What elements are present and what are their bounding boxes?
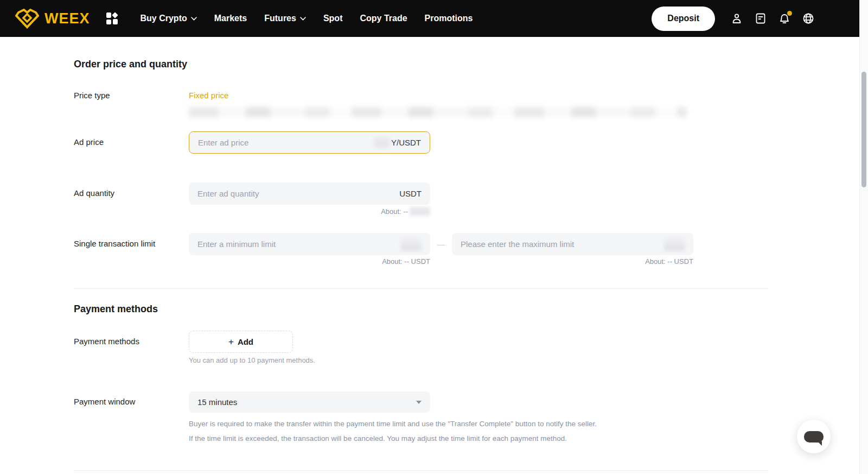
ad-price-input[interactable]: Enter ad price Y/USDT [189,131,430,154]
max-limit-placeholder: Please enter the maximum limit [461,239,664,249]
min-limit-placeholder: Enter a minimum limit [197,239,401,249]
nav-right-group: Deposit [652,7,815,31]
chevron-down-icon [191,17,197,21]
price-type-label: Price type [74,91,189,117]
weex-logo[interactable]: WEEX [15,8,90,29]
ad-price-label: Ad price [74,131,189,154]
page-scrollbar[interactable] [859,0,868,474]
ad-quantity-placeholder: Enter ad quantity [197,189,399,198]
top-navigation: WEEX Buy Crypto Markets Futures Spot Cop… [0,0,859,37]
chat-bubble-icon [804,431,824,443]
min-limit-about: About: -- USDT [189,257,430,266]
price-type-row: Price type Fixed price [74,91,768,117]
single-limit-label: Single transaction limit [74,233,189,266]
apps-grid-icon[interactable] [106,12,118,24]
user-profile-icon[interactable] [730,12,743,25]
payment-window-select[interactable]: 15 minutes [189,391,430,413]
ad-price-placeholder: Enter ad price [198,138,374,147]
single-limit-row: Single transaction limit Enter a minimum… [74,233,768,266]
orders-document-icon[interactable] [754,12,767,25]
redacted-value [664,238,685,251]
min-limit-input[interactable]: Enter a minimum limit [189,233,430,255]
payment-window-label: Payment window [74,391,189,443]
ad-quantity-unit: USDT [399,189,422,198]
redacted-description [189,107,687,117]
ad-price-row: Ad price Enter ad price Y/USDT [74,131,768,154]
redacted-value [401,238,422,251]
nav-left-group: WEEX Buy Crypto Markets Futures Spot Cop… [15,0,481,37]
menu-markets[interactable]: Markets [206,0,256,37]
section-title-payment: Payment methods [74,304,768,315]
menu-futures[interactable]: Futures [256,0,315,37]
payment-window-note-1: Buyer is required to make the transfer w… [189,420,731,428]
menu-buy-crypto[interactable]: Buy Crypto [132,0,206,37]
payment-window-note-2: If the time limit is exceeded, the trans… [189,434,731,443]
ad-post-form: Order price and quantity Price type Fixe… [74,59,768,443]
scrollbar-thumb[interactable] [861,72,866,187]
max-limit-input[interactable]: Please enter the maximum limit [452,233,693,255]
add-payment-method-button[interactable]: + Add [189,331,293,353]
main-menu: Buy Crypto Markets Futures Spot Copy Tra… [132,0,482,37]
max-limit-about: About: -- USDT [452,257,693,266]
section-divider [74,288,768,289]
payment-methods-hint: You can add up to 10 payment methods. [189,356,768,364]
menu-promotions[interactable]: Promotions [416,0,482,37]
weex-diamond-icon [15,8,39,29]
deposit-button[interactable]: Deposit [652,7,715,31]
brand-name: WEEX [44,10,90,27]
ad-price-suffix: Y/USDT [374,137,421,148]
payment-window-row: Payment window 15 minutes Buyer is requi… [74,391,768,443]
payment-window-value: 15 minutes [197,397,416,407]
dropdown-arrow-icon [416,401,422,404]
notifications-bell-icon[interactable] [778,12,791,25]
ad-quantity-label: Ad quantity [74,182,189,216]
price-type-selected[interactable]: Fixed price [189,91,768,100]
redacted-currency [374,137,390,148]
limit-range-separator: — [430,233,452,255]
menu-copy-trade[interactable]: Copy Trade [351,0,416,37]
chevron-down-icon [300,17,306,21]
notification-badge [787,11,792,16]
ad-quantity-input[interactable]: Enter ad quantity USDT [189,182,430,205]
section-divider [74,470,768,471]
section-title-order: Order price and quantity [74,59,768,70]
support-chat-button[interactable] [797,420,831,453]
payment-methods-row: Payment methods + Add You can add up to … [74,331,768,364]
redacted-value [410,207,430,216]
payment-methods-label: Payment methods [74,331,189,364]
ad-quantity-row: Ad quantity Enter ad quantity USDT About… [74,182,768,216]
menu-spot[interactable]: Spot [315,0,352,37]
plus-icon: + [228,337,234,347]
ad-quantity-about: About: -- [189,207,430,216]
language-globe-icon[interactable] [802,12,815,25]
